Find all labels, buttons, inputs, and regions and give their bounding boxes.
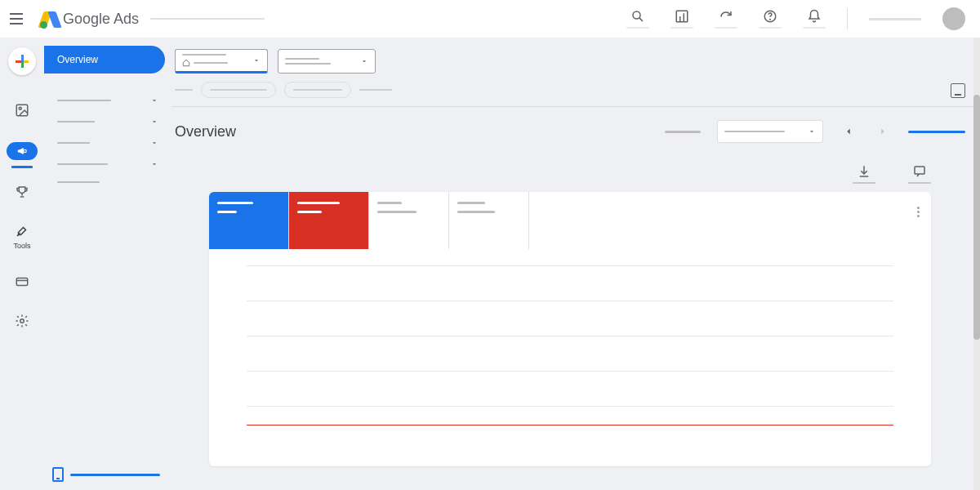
next-button[interactable] <box>874 122 892 140</box>
breadcrumb-pill-2[interactable] <box>284 82 351 98</box>
rail-item-billing[interactable] <box>0 270 44 294</box>
account-placeholder <box>150 18 265 20</box>
caret-down-icon <box>252 56 261 65</box>
breadcrumb-pill-1[interactable] <box>201 82 276 98</box>
chevron-down-icon <box>150 96 158 105</box>
svg-point-12 <box>20 319 24 323</box>
bell-icon <box>807 9 822 24</box>
rail-item-tools[interactable]: Tools <box>0 219 44 255</box>
divider <box>847 8 848 29</box>
nav-app-promo[interactable] <box>52 467 160 482</box>
nav-item-4[interactable] <box>44 154 172 175</box>
trophy-icon <box>15 185 29 199</box>
svg-rect-2 <box>676 11 688 22</box>
nav-item-3[interactable] <box>44 132 172 154</box>
scrollbar-thumb[interactable] <box>973 95 980 340</box>
metric-tile-2[interactable] <box>289 192 369 249</box>
help-icon <box>763 9 777 24</box>
page-title: Overview <box>175 123 236 140</box>
chevron-down-icon <box>150 160 158 168</box>
card-menu-button[interactable] <box>917 207 920 217</box>
breadcrumb <box>172 82 980 107</box>
breadcrumb-seg <box>175 89 193 91</box>
refresh-button[interactable] <box>715 6 737 32</box>
search-icon <box>630 9 645 24</box>
metric-tile-3[interactable] <box>369 192 449 249</box>
image-icon <box>15 103 29 118</box>
content-area: Overview <box>172 38 980 490</box>
rail-label-tools: Tools <box>13 242 30 250</box>
product-logo[interactable]: Google Ads <box>41 10 139 28</box>
nav-item-5[interactable] <box>44 175 172 189</box>
metric-tile-1[interactable] <box>209 192 289 249</box>
rail-item-settings[interactable] <box>0 309 44 333</box>
refresh-icon <box>719 9 733 24</box>
left-rail: Tools <box>0 38 44 490</box>
product-name: Google Ads <box>63 11 139 28</box>
account-label-placeholder <box>869 18 921 20</box>
placeholder <box>665 131 701 133</box>
plus-icon <box>16 55 29 68</box>
feedback-button[interactable] <box>908 164 931 184</box>
top-header: Google Ads <box>0 0 980 38</box>
svg-rect-7 <box>16 105 28 116</box>
feedback-icon <box>912 164 927 179</box>
home-icon <box>182 59 190 67</box>
card-icon <box>15 274 29 289</box>
left-nav-panel: Overview <box>44 38 172 490</box>
metrics-card <box>209 192 931 466</box>
caret-down-icon <box>808 127 816 136</box>
svg-rect-13 <box>915 167 924 174</box>
chevron-right-icon <box>877 126 889 137</box>
gear-icon <box>15 314 29 328</box>
help-button[interactable] <box>759 6 782 32</box>
caret-down-icon <box>360 57 368 65</box>
megaphone-icon <box>7 142 38 160</box>
rail-item-goals[interactable] <box>0 180 44 204</box>
chevron-down-icon <box>150 118 158 126</box>
metric-tile-4[interactable] <box>449 192 529 249</box>
breadcrumb-seg <box>359 89 392 91</box>
nav-item-overview[interactable]: Overview <box>44 46 165 74</box>
layout-icon[interactable] <box>951 83 965 98</box>
scope-dropdown-1[interactable] <box>175 49 268 74</box>
chevron-down-icon <box>150 139 158 147</box>
reports-icon <box>675 9 689 24</box>
nav-item-2[interactable] <box>44 111 172 132</box>
compare-toggle[interactable] <box>908 131 965 133</box>
ads-logo-icon <box>41 10 59 28</box>
svg-point-8 <box>19 107 21 109</box>
nav-item-1[interactable] <box>44 90 172 111</box>
chart-line-series <box>247 425 893 425</box>
svg-point-0 <box>633 11 640 19</box>
prev-button[interactable] <box>840 122 858 140</box>
reports-button[interactable] <box>670 6 693 32</box>
date-range-dropdown[interactable] <box>717 120 823 143</box>
chart-area <box>209 249 931 466</box>
svg-point-6 <box>770 19 771 20</box>
svg-rect-10 <box>16 278 28 286</box>
tools-icon <box>15 224 29 238</box>
notifications-button[interactable] <box>803 6 826 32</box>
download-icon <box>857 164 871 179</box>
scope-dropdown-2[interactable] <box>278 49 376 74</box>
rail-item-campaigns[interactable] <box>0 137 44 165</box>
download-button[interactable] <box>853 164 875 184</box>
search-button[interactable] <box>626 6 649 32</box>
phone-icon <box>52 467 64 482</box>
svg-line-1 <box>639 18 643 21</box>
create-button[interactable] <box>8 47 36 75</box>
menu-icon[interactable] <box>10 9 29 29</box>
user-avatar[interactable] <box>942 7 965 30</box>
svg-point-9 <box>24 149 27 153</box>
chevron-left-icon <box>843 126 854 137</box>
vertical-scrollbar[interactable] <box>973 38 980 490</box>
rail-item-overview[interactable] <box>0 98 44 122</box>
